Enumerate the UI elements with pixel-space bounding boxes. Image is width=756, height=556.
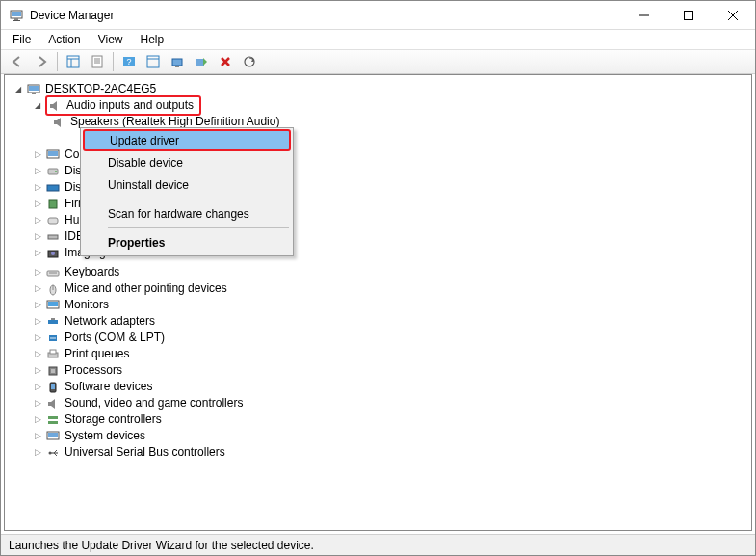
- menu-bar: File Action View Help: [1, 30, 755, 49]
- svg-text:?: ?: [126, 57, 131, 66]
- speaker-icon: [47, 98, 63, 114]
- chevron-right-icon[interactable]: [32, 431, 43, 442]
- svg-rect-35: [48, 235, 58, 239]
- properties-button[interactable]: [87, 51, 108, 72]
- svg-rect-1: [12, 12, 21, 16]
- svg-rect-17: [147, 56, 159, 67]
- svg-point-47: [50, 337, 52, 339]
- device-category-icon: [45, 180, 61, 196]
- chevron-right-icon[interactable]: [32, 149, 43, 161]
- chevron-right-icon[interactable]: [32, 382, 43, 393]
- device-category-icon: [45, 229, 61, 245]
- forward-button[interactable]: [31, 51, 52, 72]
- chevron-right-icon[interactable]: [32, 182, 43, 194]
- category-label: Audio inputs and outputs: [66, 97, 194, 114]
- chevron-right-icon[interactable]: [32, 414, 43, 426]
- chevron-right-icon[interactable]: [32, 199, 43, 210]
- chevron-right-icon[interactable]: [32, 166, 43, 177]
- toolbar: ?: [1, 49, 755, 74]
- show-hide-console-button[interactable]: [63, 51, 84, 72]
- chevron-right-icon[interactable]: [32, 447, 43, 459]
- device-category-icon: [45, 363, 61, 379]
- close-button[interactable]: [711, 1, 755, 29]
- chevron-right-icon[interactable]: [32, 300, 43, 311]
- tree-category[interactable]: Mice and other pointing devices: [13, 280, 751, 297]
- chevron-right-icon[interactable]: [32, 283, 43, 295]
- svg-rect-20: [175, 66, 179, 67]
- update-driver-button[interactable]: [167, 51, 188, 72]
- ctx-update-driver[interactable]: Update driver: [83, 129, 291, 151]
- tree-category[interactable]: Ports (COM & LPT): [13, 330, 751, 346]
- svg-rect-56: [48, 416, 58, 419]
- chevron-right-icon[interactable]: [32, 267, 43, 278]
- svg-point-31: [55, 171, 57, 172]
- tree-category[interactable]: System devices: [13, 428, 751, 444]
- svg-rect-55: [51, 384, 55, 389]
- svg-rect-19: [172, 59, 182, 66]
- menu-view[interactable]: View: [91, 31, 131, 48]
- ctx-uninstall-device[interactable]: Uninstall device: [83, 173, 291, 196]
- ctx-disable-device[interactable]: Disable device: [83, 151, 291, 173]
- scan-hardware-button[interactable]: [239, 51, 260, 72]
- svg-point-37: [51, 252, 55, 255]
- app-icon: [9, 8, 24, 23]
- uninstall-button[interactable]: [215, 51, 236, 72]
- menu-action[interactable]: Action: [40, 31, 88, 48]
- chevron-right-icon[interactable]: [32, 231, 43, 243]
- tree-category[interactable]: Storage controllers: [13, 411, 751, 428]
- back-button[interactable]: [7, 51, 28, 72]
- category-label: Storage controllers: [65, 411, 162, 428]
- chevron-right-icon[interactable]: [32, 332, 43, 344]
- scan-button[interactable]: [143, 51, 164, 72]
- chevron-right-icon[interactable]: [32, 215, 43, 226]
- tree-category[interactable]: Universal Serial Bus controllers: [13, 444, 751, 461]
- device-category-icon: [45, 213, 61, 228]
- svg-point-48: [52, 337, 54, 339]
- minimize-button[interactable]: [622, 1, 666, 29]
- tree-category[interactable]: Software devices: [13, 379, 751, 395]
- computer-icon: [26, 82, 41, 97]
- status-bar: Launches the Update Driver Wizard for th…: [1, 534, 755, 555]
- device-category-icon: [45, 380, 61, 395]
- toolbar-divider: [57, 52, 58, 71]
- disable-button[interactable]: [191, 51, 212, 72]
- device-tree[interactable]: DESKTOP-2AC4EG5 Audio inputs and outputs…: [4, 74, 752, 531]
- category-label: Universal Serial Bus controllers: [65, 444, 225, 461]
- device-category-icon: [45, 246, 61, 261]
- window-title: Device Manager: [30, 9, 622, 22]
- chevron-down-icon[interactable]: [32, 100, 43, 112]
- title-bar: Device Manager: [1, 1, 755, 30]
- maximize-button[interactable]: [666, 1, 711, 29]
- menu-help[interactable]: Help: [133, 31, 172, 48]
- device-category-icon: [45, 445, 61, 461]
- svg-rect-57: [48, 421, 58, 424]
- svg-rect-26: [29, 86, 39, 91]
- chevron-right-icon[interactable]: [32, 248, 43, 259]
- tree-category[interactable]: Sound, video and game controllers: [13, 395, 751, 411]
- category-label: Ports (COM & LPT): [65, 330, 165, 346]
- chevron-down-icon[interactable]: [13, 84, 24, 95]
- tree-category[interactable]: Monitors: [13, 297, 751, 313]
- chevron-right-icon[interactable]: [32, 398, 43, 410]
- tree-category[interactable]: Print queues: [13, 346, 751, 362]
- menu-file[interactable]: File: [5, 31, 39, 48]
- tree-category[interactable]: Processors: [13, 362, 751, 379]
- chevron-right-icon[interactable]: [32, 349, 43, 360]
- svg-rect-21: [196, 59, 204, 66]
- svg-rect-8: [67, 56, 79, 67]
- toolbar-divider: [113, 52, 114, 71]
- ctx-scan-hardware[interactable]: Scan for hardware changes: [83, 202, 291, 225]
- svg-rect-27: [32, 93, 36, 94]
- category-label: Keyboards: [65, 264, 119, 280]
- device-category-icon: [45, 164, 61, 179]
- ctx-properties[interactable]: Properties: [83, 231, 291, 253]
- chevron-right-icon[interactable]: [32, 316, 43, 328]
- speaker-icon: [51, 131, 66, 146]
- svg-rect-11: [92, 56, 102, 67]
- help-button[interactable]: ?: [118, 51, 140, 72]
- tree-category[interactable]: Keyboards: [13, 264, 751, 280]
- tree-category[interactable]: Network adapters: [13, 313, 751, 330]
- tree-category-audio[interactable]: Audio inputs and outputs: [13, 97, 751, 114]
- svg-rect-59: [48, 433, 58, 437]
- chevron-right-icon[interactable]: [32, 365, 43, 377]
